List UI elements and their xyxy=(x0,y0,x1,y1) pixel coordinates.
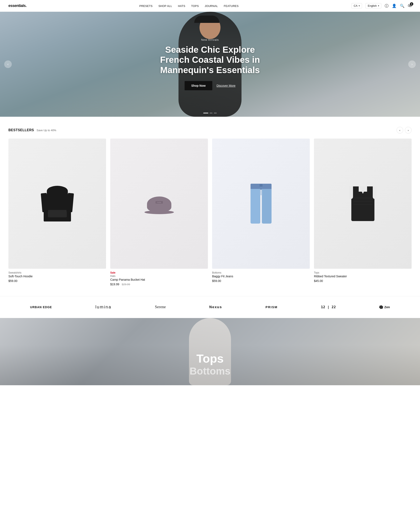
search-icon[interactable]: 🔍 xyxy=(400,4,404,8)
section-title-group: BESTSELLERS Save Up to 40% xyxy=(9,128,56,132)
cart-badge: 0 xyxy=(410,2,413,6)
language-selector[interactable]: English ▾ xyxy=(365,3,381,9)
products-next-button[interactable]: › xyxy=(405,127,411,133)
brand-zen: Zen xyxy=(379,305,390,309)
product-category-vest: Tops xyxy=(314,271,411,274)
section-nav: ‹ › xyxy=(396,127,411,133)
jeans-illustration xyxy=(251,184,271,224)
product-price-hat: $19.99 $29.99 xyxy=(110,283,208,286)
section-header: BESTSELLERS Save Up to 40% ‹ › xyxy=(9,127,411,133)
hero-banner: ‹ New Arrivals Seaside Chic Explore Fren… xyxy=(0,12,420,117)
product-image-hoodie xyxy=(9,139,106,269)
bestsellers-section: BESTSELLERS Save Up to 40% ‹ › xyxy=(0,117,420,296)
section-title: BESTSELLERS xyxy=(9,128,34,132)
nav-link-shopall[interactable]: SHOP ALL xyxy=(158,4,172,8)
hat-illustration: FARM xyxy=(144,193,174,214)
brand-prism: PRISM xyxy=(265,305,278,309)
hero-tag: New Arrivals xyxy=(151,38,269,41)
brand-nexus: Nexus xyxy=(209,305,222,309)
country-chevron-icon: ▾ xyxy=(359,5,360,7)
section-subtitle: Save Up to 40% xyxy=(36,129,56,132)
category-main-label: Tops xyxy=(190,352,231,365)
hero-person-cap xyxy=(194,16,219,23)
language-label: English xyxy=(368,4,377,7)
product-sale-hat: Sale xyxy=(110,271,208,274)
hero-actions: Shop Now Discover More xyxy=(151,81,269,90)
product-price-hoodie: $59.00 xyxy=(9,279,106,283)
product-category-jeans: Bottoms xyxy=(212,271,310,274)
discover-more-button[interactable]: Discover More xyxy=(217,84,236,87)
product-category-hat: Hats xyxy=(110,275,208,278)
info-icon[interactable]: ⓘ xyxy=(385,3,388,9)
nav-link-journal[interactable]: JOURNAL xyxy=(205,4,218,8)
product-image-jeans xyxy=(212,139,310,269)
product-card-hoodie[interactable]: Sweatshirts Soft-Touch Hoodie $59.00 xyxy=(9,139,106,286)
product-category-hoodie: Sweatshirts xyxy=(9,271,106,274)
product-name-jeans: Baggy Fit Jeans xyxy=(212,275,310,278)
cart-icon[interactable]: 🛍 0 xyxy=(408,4,411,8)
nav-icons: ⓘ 👤 🔍 🛍 0 xyxy=(385,3,411,9)
hero-dot-1[interactable] xyxy=(203,113,208,113)
country-selector[interactable]: CA ▾ xyxy=(351,3,362,9)
product-card-vest[interactable]: Tops Ribbed Textured Sweater $45.00 xyxy=(314,139,411,286)
product-price-original-hat: $29.99 xyxy=(122,283,130,286)
brands-section: URBAN EDGE lumina Serene Nexus PRISM 12 … xyxy=(0,296,420,318)
products-prev-button[interactable]: ‹ xyxy=(396,127,403,133)
shop-now-button[interactable]: Shop Now xyxy=(184,81,212,90)
navbar: essentials. PRESETS SHOP ALL HATS TOPS J… xyxy=(0,0,420,12)
hero-title: Seaside Chic Explore French Coastal Vibe… xyxy=(151,45,269,75)
product-name-hoodie: Soft-Touch Hoodie xyxy=(9,275,106,278)
site-logo[interactable]: essentials. xyxy=(9,4,27,8)
product-price-jeans: $59.00 xyxy=(212,279,310,283)
product-image-hat: FARM xyxy=(110,139,208,269)
product-price-vest: $45.00 xyxy=(314,279,411,283)
language-chevron-icon: ▾ xyxy=(378,5,379,7)
vest-illustration xyxy=(349,186,376,221)
brand-serene: Serene xyxy=(155,305,166,309)
brand-1222: 12 | 22 xyxy=(321,305,336,309)
nav-link-presets[interactable]: PRESETS xyxy=(140,4,153,8)
nav-link-tops[interactable]: TOPS xyxy=(191,4,199,8)
brand-zen-label: Zen xyxy=(384,305,390,309)
nav-right: CA ▾ English ▾ ⓘ 👤 🔍 🛍 0 xyxy=(351,3,411,9)
category-banner[interactable]: Tops Bottoms xyxy=(0,318,420,385)
category-text: Tops Bottoms xyxy=(190,352,231,377)
nav-link-hats[interactable]: HATS xyxy=(178,4,185,8)
product-image-vest xyxy=(314,139,411,269)
brand-urban-edge: URBAN EDGE xyxy=(30,306,52,309)
hero-dots xyxy=(203,113,217,113)
hero-dot-3[interactable] xyxy=(214,113,217,113)
hero-dot-2[interactable] xyxy=(210,113,212,113)
nav-link-features[interactable]: FEATURES xyxy=(224,4,239,8)
category-sub-label: Bottoms xyxy=(190,365,231,377)
product-grid: Sweatshirts Soft-Touch Hoodie $59.00 FAR… xyxy=(9,139,411,286)
product-card-jeans[interactable]: Bottoms Baggy Fit Jeans $59.00 xyxy=(212,139,310,286)
product-name-vest: Ribbed Textured Sweater xyxy=(314,275,411,278)
hero-content: New Arrivals Seaside Chic Explore French… xyxy=(147,38,273,90)
hero-prev-button[interactable]: ‹ xyxy=(4,61,12,68)
nav-links: PRESETS SHOP ALL HATS TOPS JOURNAL FEATU… xyxy=(140,4,239,8)
account-icon[interactable]: 👤 xyxy=(392,4,396,8)
brand-lumina: lumina xyxy=(95,305,112,309)
zen-cube-icon xyxy=(379,305,384,309)
product-name-hat: Camp Panama Bucket Hat xyxy=(110,278,208,281)
hero-next-button[interactable]: › xyxy=(408,61,416,68)
product-card-hat[interactable]: FARM Sale Hats Camp Panama Bucket Hat $1… xyxy=(110,139,208,286)
hoodie-illustration xyxy=(42,186,73,221)
country-code: CA xyxy=(354,4,358,7)
